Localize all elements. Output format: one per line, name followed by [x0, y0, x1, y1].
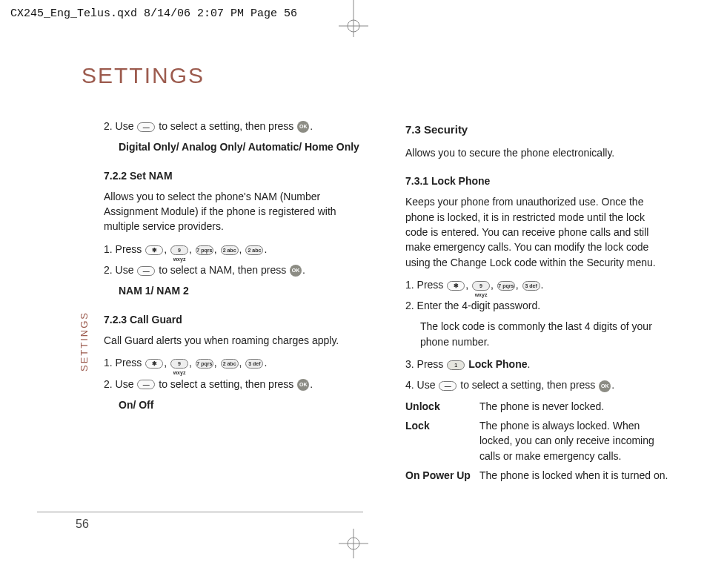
page-content: SETTINGS SETTINGS 2. Use to select a set… [37, 59, 670, 558]
text: 2. Use [104, 120, 136, 132]
step-7-3-1-4: 4. Use to select a setting, then press O… [405, 377, 670, 392]
step-7-2-2-1: 1. Press , 9 wxyz, 7 pqrs, 2 abc, 2 abc. [104, 242, 368, 257]
print-header: CX245_Eng_Telus.qxd 8/14/06 2:07 PM Page… [10, 6, 297, 22]
nav-key-icon [137, 380, 155, 389]
step-7-2-2-2: 2. Use to select a NAM, then press OK. [104, 262, 368, 277]
heading-7-3-1: 7.3.1 Lock Phone [405, 174, 670, 188]
def-unlock: The phone is never locked. [479, 399, 670, 418]
text: . [310, 378, 313, 390]
svg-point-2 [348, 20, 359, 32]
nav-key-icon [439, 381, 457, 391]
heading-7-2-3: 7.2.3 Call Guard [104, 312, 368, 327]
text: . [302, 264, 305, 276]
key-2-icon: 2 abc [245, 245, 263, 255]
key-9-icon: 9 wxyz [170, 245, 188, 255]
step-7-3-1-1: 1. Press , 9 wxyz, 7 pqrs, 3 def. [405, 277, 670, 292]
term-lock: Lock [405, 418, 479, 468]
options-digital: Digital Only/ Analog Only/ Automatic/ Ho… [104, 139, 368, 154]
text: , [189, 243, 195, 255]
ok-key-icon: OK [599, 380, 611, 392]
ok-key-icon: OK [297, 121, 309, 133]
ok-key-icon: OK [290, 265, 302, 277]
text: , [516, 279, 522, 291]
phone-key-icon [145, 245, 163, 255]
options-nam: NAM 1/ NAM 2 [104, 283, 368, 298]
text: , [164, 357, 170, 369]
options-onoff: On/ Off [104, 397, 368, 412]
text: , [189, 357, 195, 369]
nav-key-icon [137, 266, 155, 276]
step-7-3-1-2: 2. Enter the 4-digit password. [405, 298, 670, 313]
text: 2. Use [104, 264, 136, 276]
text: 1. Press [104, 357, 145, 369]
para-7-3-1: Keeps your phone from unauthorized use. … [405, 194, 670, 269]
page-title: SETTINGS [82, 59, 670, 92]
text: . [611, 379, 614, 391]
key-7-icon: 7 pqrs [196, 359, 213, 369]
para-7-3: Allows you to secure the phone electroni… [405, 145, 670, 160]
text: to select a setting, then press [457, 379, 598, 391]
text: to select a setting, then press [156, 120, 296, 132]
term-on-power-up: On Power Up [405, 468, 479, 487]
text: to select a setting, then press [156, 378, 296, 390]
text: , [239, 243, 245, 255]
def-lock: The phone is always locked. When locked,… [479, 418, 670, 468]
term-unlock: Unlock [405, 399, 479, 418]
text: . [541, 279, 544, 291]
key-2-icon: 2 abc [221, 245, 239, 255]
key-9-icon: 9 wxyz [170, 359, 188, 369]
footer-rule [37, 512, 363, 512]
registration-mark-top [339, 0, 368, 37]
text: 1. Press [405, 279, 446, 291]
step-7-2-1-2: 2. Use to select a setting, then press O… [104, 119, 368, 133]
heading-7-2-2: 7.2.2 Set NAM [104, 168, 368, 183]
text: . [310, 120, 313, 132]
para-7-2-3: Call Guard alerts you when roaming charg… [104, 333, 368, 348]
text: . [527, 358, 530, 370]
heading-7-3: 7.3 Security [405, 122, 670, 138]
key-9-icon: 9 wxyz [472, 281, 490, 291]
step-7-3-1-3: 3. Press 1 Lock Phone. [405, 357, 670, 371]
step-7-3-1-2-note: The lock code is commonly the last 4 dig… [405, 319, 670, 349]
text: , [465, 279, 471, 291]
text: , [239, 357, 245, 369]
def-on-power-up: The phone is locked when it is turned on… [479, 468, 670, 487]
key-3-icon: 3 def [245, 359, 263, 369]
left-column: 2. Use to select a setting, then press O… [37, 119, 368, 487]
text: , [491, 279, 497, 291]
text: , [164, 243, 170, 255]
text: to select a NAM, then press [156, 264, 289, 276]
right-column: 7.3 Security Allows you to secure the ph… [405, 119, 670, 487]
key-7-icon: 7 pqrs [497, 281, 515, 291]
phone-key-icon [145, 359, 163, 369]
lock-options-list: Unlock The phone is never locked. Lock T… [405, 399, 670, 487]
key-2-icon: 2 abc [221, 359, 239, 369]
step-7-2-3-1: 1. Press , 9 wxyz, 7 pqrs, 2 abc, 3 def. [104, 355, 368, 370]
text: 1. Press [104, 243, 145, 255]
text: . [264, 357, 267, 369]
columns: 2. Use to select a setting, then press O… [37, 119, 670, 487]
lock-phone-label: Lock Phone [465, 358, 527, 370]
key-7-icon: 7 pqrs [196, 245, 213, 255]
text: 3. Press [405, 358, 446, 370]
key-3-icon: 3 def [522, 281, 540, 291]
text: , [214, 243, 220, 255]
key-1-icon: 1 [447, 360, 465, 370]
phone-key-icon [447, 281, 465, 291]
text: , [214, 357, 220, 369]
page-number: 56 [76, 515, 89, 532]
text: 4. Use [405, 379, 438, 391]
text: 2. Use [104, 378, 136, 390]
para-7-2-2: Allows you to select the phone's NAM (Nu… [104, 189, 368, 234]
text: . [264, 243, 267, 255]
step-7-2-3-2: 2. Use to select a setting, then press O… [104, 377, 368, 392]
ok-key-icon: OK [297, 379, 309, 391]
nav-key-icon [137, 122, 155, 132]
